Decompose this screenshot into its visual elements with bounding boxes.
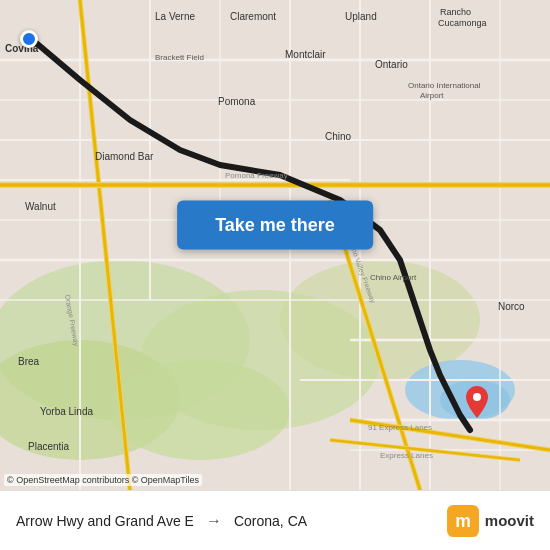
svg-text:Yorba Linda: Yorba Linda — [40, 406, 93, 417]
svg-text:Chino: Chino — [325, 131, 352, 142]
moovit-logo: m moovit — [447, 505, 534, 537]
svg-text:Chino Airport: Chino Airport — [370, 273, 417, 282]
map-attribution: © OpenStreetMap contributors © OpenMapTi… — [4, 474, 202, 486]
map-container: Covina La Verne Claremont Upland Rancho … — [0, 0, 550, 490]
svg-text:Pomona: Pomona — [218, 96, 256, 107]
svg-text:Norco: Norco — [498, 301, 525, 312]
destination-label: Corona, CA — [234, 513, 307, 529]
svg-text:Express Lanes: Express Lanes — [380, 451, 433, 460]
svg-text:Rancho: Rancho — [440, 7, 471, 17]
arrow-icon: → — [206, 512, 222, 530]
svg-point-62 — [473, 393, 481, 401]
origin-pin — [20, 30, 38, 48]
moovit-brand-icon: m — [447, 505, 479, 537]
svg-text:Walnut: Walnut — [25, 201, 56, 212]
svg-text:Ontario International: Ontario International — [408, 81, 481, 90]
svg-text:Brea: Brea — [18, 356, 40, 367]
svg-text:Airport: Airport — [420, 91, 444, 100]
destination-pin — [466, 386, 488, 422]
svg-text:La Verne: La Verne — [155, 11, 195, 22]
take-me-there-button[interactable]: Take me there — [177, 201, 373, 250]
svg-text:m: m — [455, 510, 471, 530]
svg-point-5 — [110, 360, 290, 460]
svg-text:Cucamonga: Cucamonga — [438, 18, 487, 28]
svg-text:Ontario: Ontario — [375, 59, 408, 70]
moovit-text: moovit — [485, 512, 534, 529]
svg-text:Placentia: Placentia — [28, 441, 70, 452]
svg-text:Pomona Freeway: Pomona Freeway — [225, 171, 288, 180]
svg-text:Upland: Upland — [345, 11, 377, 22]
bottom-bar: Arrow Hwy and Grand Ave E → Corona, CA m… — [0, 490, 550, 550]
svg-text:Claremont: Claremont — [230, 11, 276, 22]
svg-text:91 Express Lanes: 91 Express Lanes — [368, 423, 432, 432]
origin-label: Arrow Hwy and Grand Ave E — [16, 513, 194, 529]
svg-text:Brackett Field: Brackett Field — [155, 53, 204, 62]
svg-text:Montclair: Montclair — [285, 49, 326, 60]
svg-text:Diamond Bar: Diamond Bar — [95, 151, 154, 162]
